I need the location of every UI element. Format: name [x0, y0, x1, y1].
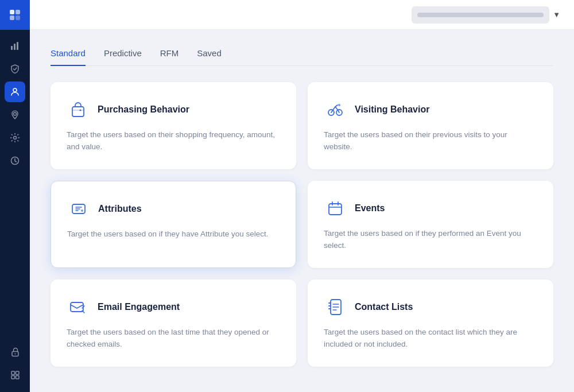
sidebar-item-audience[interactable] — [5, 81, 25, 102]
svg-rect-13 — [11, 371, 15, 375]
card-desc-attributes: Target the users based on if they have A… — [67, 228, 280, 240]
svg-rect-16 — [15, 375, 19, 379]
svg-rect-0 — [10, 10, 14, 14]
sidebar-item-history[interactable] — [5, 150, 25, 171]
svg-rect-5 — [14, 44, 15, 50]
card-visiting-behavior[interactable]: Visiting Behavior Target the users based… — [308, 82, 553, 169]
card-header-visiting: Visiting Behavior — [324, 98, 537, 121]
topbar-search[interactable] — [412, 6, 549, 24]
svg-point-7 — [13, 88, 17, 92]
attributes-icon — [67, 197, 90, 220]
cycling-icon — [324, 98, 347, 121]
sidebar-item-settings[interactable] — [5, 127, 25, 148]
tab-standard[interactable]: Standard — [51, 48, 86, 66]
sidebar-item-lock[interactable] — [5, 341, 25, 362]
search-bar-fill — [417, 13, 544, 17]
card-desc-purchasing: Target the users based on their shopping… — [67, 129, 280, 153]
card-desc-visiting: Target the users based on their previous… — [324, 129, 537, 153]
svg-point-21 — [338, 104, 340, 106]
tabs-bar: Standard Predictive RFM Saved — [51, 48, 553, 66]
svg-rect-17 — [72, 107, 84, 117]
svg-rect-25 — [71, 302, 83, 312]
svg-rect-6 — [17, 42, 18, 50]
svg-rect-15 — [11, 375, 15, 379]
calendar-icon — [324, 197, 347, 220]
email-icon — [67, 296, 90, 319]
sidebar-item-location[interactable] — [5, 104, 25, 125]
card-title-contacts: Contact Lists — [355, 302, 413, 312]
main-content: ▼ Standard Predictive RFM Saved — [30, 0, 574, 392]
card-title-events: Events — [355, 203, 385, 214]
content-area: Standard Predictive RFM Saved — [30, 30, 574, 392]
card-header-contacts: Contact Lists — [324, 296, 537, 319]
svg-rect-14 — [15, 371, 19, 375]
card-title-email: Email Engagement — [98, 302, 180, 312]
card-desc-events: Target the users based on if they perfor… — [324, 228, 537, 252]
card-email-engagement[interactable]: Email Engagement Target the users based … — [51, 280, 296, 367]
sidebar-item-shield[interactable] — [5, 59, 25, 79]
svg-rect-24 — [329, 204, 342, 215]
card-title-attributes: Attributes — [98, 204, 142, 214]
card-header-email: Email Engagement — [67, 296, 280, 319]
shopping-bag-icon — [67, 98, 90, 121]
tab-rfm[interactable]: RFM — [160, 48, 179, 66]
cards-grid: Purchasing Behavior Target the users bas… — [51, 82, 553, 367]
sidebar-item-grid[interactable] — [5, 364, 25, 385]
card-header-purchasing: Purchasing Behavior — [67, 98, 280, 121]
card-purchasing-behavior[interactable]: Purchasing Behavior Target the users bas… — [51, 82, 296, 169]
sidebar — [0, 0, 30, 392]
card-desc-contacts: Target the users based on the contact li… — [324, 327, 537, 351]
card-events[interactable]: Events Target the users based on if they… — [308, 181, 553, 268]
card-desc-email: Target the users based on the last time … — [67, 327, 280, 351]
card-title-purchasing: Purchasing Behavior — [98, 104, 189, 115]
card-header-attributes: Attributes — [67, 197, 280, 220]
card-title-visiting: Visiting Behavior — [355, 104, 429, 115]
card-header-events: Events — [324, 197, 537, 220]
topbar-chevron-icon[interactable]: ▼ — [553, 10, 560, 19]
card-contact-lists[interactable]: Contact Lists Target the users based on … — [308, 280, 553, 367]
contacts-icon — [324, 296, 347, 319]
sidebar-nav — [5, 30, 25, 335]
svg-point-8 — [14, 112, 17, 115]
sidebar-item-analytics[interactable] — [5, 36, 25, 56]
card-attributes[interactable]: Attributes Target the users based on if … — [51, 181, 296, 268]
svg-rect-2 — [10, 15, 14, 20]
svg-point-12 — [14, 353, 15, 354]
svg-point-23 — [81, 209, 83, 212]
sidebar-bottom — [5, 335, 25, 392]
tab-saved[interactable]: Saved — [197, 48, 222, 66]
svg-rect-1 — [15, 10, 20, 14]
svg-point-9 — [14, 137, 17, 139]
tab-predictive[interactable]: Predictive — [104, 48, 142, 66]
svg-rect-4 — [11, 46, 13, 50]
svg-rect-3 — [15, 15, 20, 20]
topbar: ▼ — [30, 0, 574, 30]
sidebar-logo[interactable] — [0, 0, 30, 30]
